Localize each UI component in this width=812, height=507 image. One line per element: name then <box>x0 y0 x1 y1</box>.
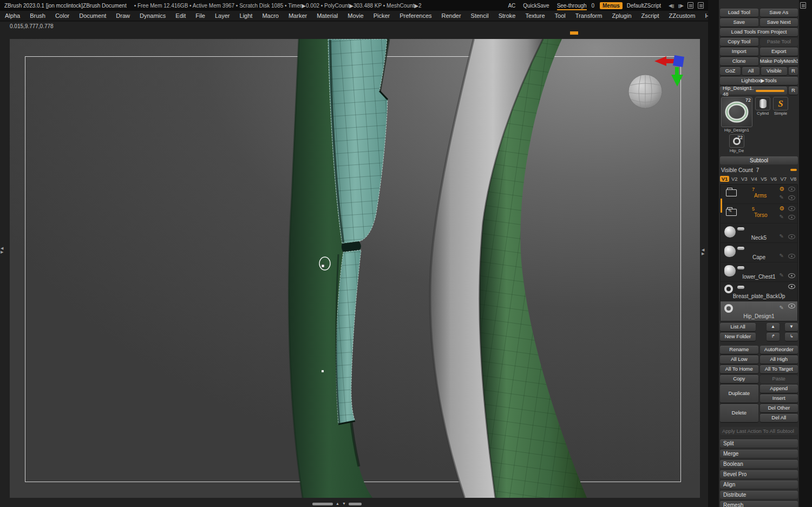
ac-toggle[interactable]: AC <box>508 3 515 9</box>
load-tools-from-project-button[interactable]: Load Tools From Project <box>720 28 798 36</box>
menu-tool[interactable]: Tool <box>550 12 571 19</box>
make-polymesh3d-button[interactable]: Make PolyMesh3D <box>760 57 798 65</box>
pencil-icon[interactable]: ✎ <box>780 233 784 239</box>
list-all-button[interactable]: List All <box>720 323 756 331</box>
gear-icon[interactable]: ⚙ <box>779 205 784 212</box>
simplebrush-tool-thumbnail[interactable]: S <box>773 97 788 110</box>
move-down-button[interactable]: ▼ <box>785 323 798 331</box>
pencil-icon[interactable]: ✎ <box>780 305 784 311</box>
menu-texture[interactable]: Texture <box>520 12 549 19</box>
pencil-icon[interactable]: ✎ <box>780 194 784 200</box>
menu-layer[interactable]: Layer <box>210 12 235 19</box>
scroll-right-icon[interactable]: ||||▶ <box>678 3 683 8</box>
menu-material[interactable]: Material <box>312 12 343 19</box>
menu-alpha[interactable]: Alpha <box>0 12 25 19</box>
save-as-button[interactable]: Save As <box>760 9 798 17</box>
pencil-icon[interactable]: ✎ <box>780 272 784 278</box>
menu-marker[interactable]: Marker <box>284 12 312 19</box>
duplicate-button[interactable]: Duplicate <box>720 385 758 403</box>
insert-button[interactable]: Insert <box>760 394 798 403</box>
subtool-header[interactable]: Subtool <box>720 156 798 164</box>
nav-sphere[interactable] <box>628 75 662 108</box>
hscroll-thumb-2[interactable] <box>349 503 362 505</box>
menu-zplugin[interactable]: Zplugin <box>607 12 636 19</box>
tab-v2[interactable]: V2 <box>730 176 739 182</box>
new-folder-button[interactable]: New Folder <box>720 333 756 341</box>
move-up-button[interactable]: ▲ <box>767 323 780 331</box>
menu-picker[interactable]: Picker <box>369 12 395 19</box>
tab-v8[interactable]: V8 <box>789 176 798 182</box>
save-next-button[interactable]: Save Next <box>760 18 798 27</box>
active-tool-thumbnail[interactable]: 72 <box>721 97 752 127</box>
goz-visible-button[interactable]: Visible <box>761 67 787 75</box>
move-into-folder-button[interactable]: ↱ <box>767 333 780 341</box>
menu-document[interactable]: Document <box>74 12 111 19</box>
cylinder-tool-thumbnail[interactable] <box>755 97 770 110</box>
autoreorder-button[interactable]: AutoReorder <box>760 346 798 354</box>
folder-eye-icon[interactable] <box>788 206 795 211</box>
menu-zzcustom[interactable]: ZZcustom <box>664 12 700 19</box>
document-size-marker[interactable] <box>570 31 578 35</box>
subtool-item-hip-design1[interactable]: Hip_Design1 ✎ <box>721 301 797 321</box>
menu-movie[interactable]: Movie <box>343 12 368 19</box>
tab-v4[interactable]: V4 <box>749 176 758 182</box>
tab-v3[interactable]: V3 <box>739 176 749 182</box>
del-other-button[interactable]: Del Other <box>760 404 798 412</box>
menu-transform[interactable]: Transform <box>571 12 607 19</box>
polypaint-toggle[interactable] <box>737 286 744 289</box>
all-high-button[interactable]: All High <box>760 355 798 364</box>
copy-document-icon[interactable] <box>687 2 693 9</box>
viewport-canvas[interactable] <box>10 39 700 498</box>
menu-render[interactable]: Render <box>437 12 466 19</box>
copy-tool-button[interactable]: Copy Tool <box>720 38 758 46</box>
subtool-item-lower-chest1[interactable]: lower_Chest1 ✎ <box>721 262 797 282</box>
see-through-slider[interactable]: See-through 0 <box>557 3 594 9</box>
eye-icon[interactable] <box>788 284 795 289</box>
default-zscript-button[interactable]: DefaultZScript <box>627 3 661 9</box>
polypaint-toggle[interactable] <box>737 227 744 231</box>
menu-dynamics[interactable]: Dynamics <box>135 12 171 19</box>
goz-all-button[interactable]: All <box>742 67 759 75</box>
del-all-button[interactable]: Del All <box>760 414 798 422</box>
horizontal-scrollbar[interactable]: ▲ ▼ <box>312 501 362 506</box>
menu-macro[interactable]: Macro <box>257 12 284 19</box>
section-boolean[interactable]: Boolean <box>720 460 798 468</box>
subtool-item-cape[interactable]: Cape ✎ <box>721 243 797 262</box>
goz-r-button[interactable]: R <box>789 67 798 75</box>
eye-icon[interactable] <box>788 304 795 308</box>
all-low-button[interactable]: All Low <box>720 355 758 364</box>
pencil-icon[interactable]: ✎ <box>780 253 784 259</box>
visible-count-slider[interactable] <box>790 169 797 171</box>
x-axis-arrow[interactable] <box>666 59 675 63</box>
viewport-3d[interactable] <box>10 39 700 498</box>
subtool-thumbnail[interactable] <box>724 304 733 313</box>
section-merge[interactable]: Merge <box>720 450 798 458</box>
export-button[interactable]: Export <box>760 48 798 56</box>
goz-button[interactable]: GoZ <box>720 67 741 75</box>
scroll-up-icon[interactable]: ▲ <box>336 501 339 506</box>
section-distribute[interactable]: Distribute <box>720 491 798 499</box>
append-button[interactable]: Append <box>760 385 798 393</box>
polypaint-toggle[interactable] <box>737 266 744 269</box>
load-tool-button[interactable]: Load Tool <box>720 9 758 17</box>
lightbox-tools-button[interactable]: Lightbox▶Tools <box>720 77 798 85</box>
menu-brush[interactable]: Brush <box>25 12 50 19</box>
rename-button[interactable]: Rename <box>720 346 758 354</box>
import-button[interactable]: Import <box>720 48 758 56</box>
menu-zscript[interactable]: Zscript <box>637 12 664 19</box>
clone-button[interactable]: Clone <box>720 57 758 65</box>
section-align[interactable]: Align <box>720 480 798 489</box>
active-tool-slider[interactable]: Hip_Design1. 48 <box>720 87 787 95</box>
move-out-of-folder-button[interactable]: ↳ <box>785 333 798 341</box>
tab-v7[interactable]: V7 <box>779 176 788 182</box>
save-button[interactable]: Save <box>720 18 758 27</box>
section-split[interactable]: Split <box>720 439 798 447</box>
subtool-item-neck5[interactable]: Neck5 ✎ <box>721 223 797 243</box>
section-remesh[interactable]: Remesh <box>720 501 798 507</box>
subtool-item-breast-plate-backup[interactable]: Breast_plate_BackUp ✎ <box>721 282 797 301</box>
tool-slider-handle[interactable] <box>756 90 784 92</box>
eye-icon[interactable] <box>788 234 795 239</box>
y-axis-arrow[interactable] <box>675 67 679 75</box>
left-tray-splitter[interactable]: ◀ ▶ <box>1 246 3 254</box>
tab-v5[interactable]: V5 <box>759 176 769 182</box>
